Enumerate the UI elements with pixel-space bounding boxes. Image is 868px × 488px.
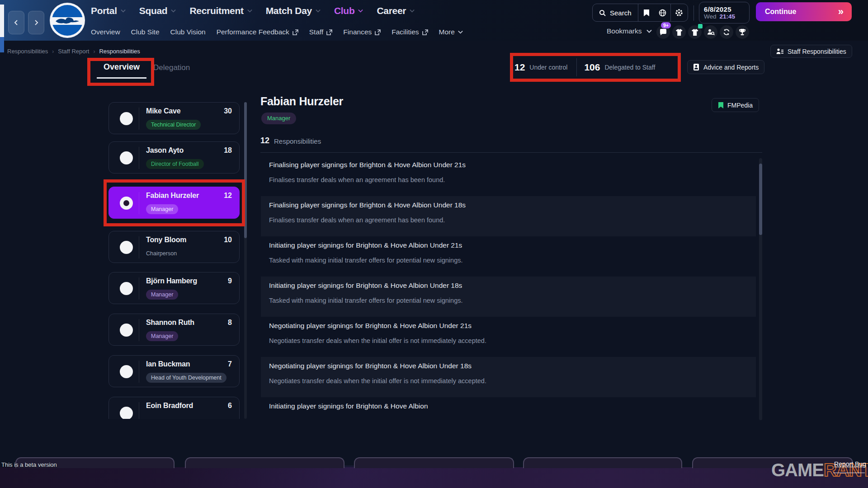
- radio-button[interactable]: [120, 241, 133, 254]
- chevron-down-icon: [410, 9, 415, 13]
- scrollbar-thumb[interactable]: [759, 164, 762, 235]
- back-button[interactable]: [8, 11, 24, 34]
- responsibility-description: Negotiates transfer deals when the initi…: [269, 377, 486, 385]
- divider: [139, 361, 139, 383]
- nav-menu-match-day[interactable]: Match Day: [266, 5, 321, 16]
- breadcrumb-item-staff-report[interactable]: Staff Report: [58, 48, 89, 55]
- chat-icon: [660, 29, 667, 36]
- nav-menu-recruitment[interactable]: Recruitment: [189, 5, 252, 16]
- staff-list-item-fabian-hurzeler[interactable]: Fabian Hurzeler12Manager: [108, 187, 240, 219]
- nav-menu-label: Club: [334, 5, 354, 16]
- responsibility-row: Finalising player signings for Brighton …: [261, 156, 756, 196]
- subnav-label: Overview: [91, 28, 120, 36]
- subnav-item-more[interactable]: More: [439, 28, 463, 36]
- responsibility-count: 18: [224, 146, 232, 155]
- scout-button[interactable]: [704, 25, 717, 39]
- game-time: 21:45: [720, 13, 736, 20]
- bookmarks-label: Bookmarks: [607, 27, 642, 35]
- radio-button[interactable]: [120, 324, 133, 337]
- forward-button[interactable]: [28, 11, 44, 34]
- subnav-item-facilities[interactable]: Facilities: [392, 28, 428, 36]
- role-badge: Head of Youth Development: [146, 373, 226, 383]
- world-button[interactable]: [655, 4, 670, 21]
- brighton-club-crest-logo[interactable]: [49, 2, 85, 38]
- radio-button[interactable]: [120, 282, 133, 295]
- staff-list-item-ian-buckman[interactable]: Ian Buckman7Head of Youth Development: [108, 355, 240, 387]
- fmpedia-bookmark-icon: [718, 102, 724, 109]
- nav-menu-squad[interactable]: Squad: [139, 5, 176, 16]
- responsibility-title: Finalising player signings for Brighton …: [269, 201, 466, 209]
- responsibility-title: Initiating player signings for Brighton …: [269, 282, 462, 290]
- shirt-icon: [675, 29, 683, 36]
- role-badge: Director of Football: [146, 159, 204, 169]
- radio-button[interactable]: [120, 112, 133, 125]
- continue-button[interactable]: Continue »: [756, 2, 852, 21]
- settings-button[interactable]: [671, 4, 688, 21]
- responsibility-title: Finalising player signings for Brighton …: [269, 161, 466, 169]
- detail-staff-name: Fabian Hurzeler: [260, 95, 343, 108]
- scout-icon: [707, 28, 715, 36]
- under-control-label: Under control: [529, 64, 567, 71]
- staff-name: Björn Hamberg: [146, 277, 197, 285]
- advice-and-reports-button[interactable]: Advice and Reports: [687, 60, 764, 74]
- radio-button[interactable]: [120, 365, 133, 378]
- nav-menu-career[interactable]: Career: [377, 5, 415, 16]
- staff-list-item-shannon-ruth[interactable]: Shannon Ruth8Manager: [108, 314, 240, 346]
- tab-delegation[interactable]: Delegation: [153, 63, 190, 72]
- nav-menu-label: Squad: [139, 5, 168, 16]
- subnav-item-staff[interactable]: Staff: [309, 28, 333, 36]
- role-badge: Technical Director: [146, 120, 201, 130]
- responsibilities-scrollbar[interactable]: [759, 158, 762, 420]
- club-subnav: OverviewClub SiteClub VisionPerformance …: [91, 27, 463, 37]
- breadcrumb: Responsibilities›Staff Report›Responsibi…: [7, 48, 140, 55]
- search-button[interactable]: Search: [593, 4, 638, 21]
- report-bug-button[interactable]: Report Bug: [834, 460, 866, 468]
- radio-button[interactable]: [120, 407, 133, 419]
- trophy-icon: [739, 28, 746, 36]
- subnav-item-overview[interactable]: Overview: [91, 28, 120, 36]
- shirt-check-button[interactable]: [688, 25, 702, 39]
- staff-list: Mike Cave30Technical DirectorJason Ayto1…: [108, 101, 248, 419]
- chat-button[interactable]: 9+: [656, 25, 670, 39]
- staff-list-item-tony-bloom[interactable]: Tony Bloom10Chairperson: [108, 231, 240, 263]
- sync-button[interactable]: [720, 25, 733, 39]
- responsibility-count: 8: [228, 319, 232, 327]
- nav-menu-club[interactable]: Club: [334, 5, 363, 16]
- staff-list-item-eoin-bradford[interactable]: Eoin Bradford6: [108, 397, 240, 419]
- bookmarks-dropdown[interactable]: Bookmarks: [607, 27, 652, 35]
- staff-responsibilities-button[interactable]: Staff Responsibilities: [770, 45, 852, 58]
- staff-list-item-jason-ayto[interactable]: Jason Ayto18Director of Football: [108, 141, 240, 174]
- divider: [260, 152, 762, 153]
- staff-list-item-mike-cave[interactable]: Mike Cave30Technical Director: [108, 102, 240, 134]
- tab-overview[interactable]: Overview: [104, 62, 140, 72]
- trophy-button[interactable]: [736, 25, 749, 39]
- divider: [139, 277, 139, 300]
- clipped-panel: [523, 457, 682, 468]
- subnav-item-club-vision[interactable]: Club Vision: [170, 28, 206, 36]
- fmpedia-button[interactable]: FMPedia: [712, 98, 759, 112]
- breadcrumb-item-responsibilities[interactable]: Responsibilities: [7, 48, 48, 55]
- notification-badge: 9+: [661, 22, 671, 28]
- chevron-down-icon: [247, 9, 252, 13]
- scrollbar-thumb[interactable]: [244, 102, 247, 238]
- divider: [139, 236, 139, 258]
- fm25-staff-responsibilities-screen: PortalSquadRecruitmentMatch DayClubCaree…: [0, 0, 868, 488]
- bookmark-toolbar-button[interactable]: [638, 4, 655, 21]
- divider: [139, 108, 139, 130]
- staff-name: Eoin Bradford: [146, 402, 193, 410]
- radio-button[interactable]: [120, 151, 133, 164]
- report-card-icon: [693, 63, 699, 71]
- subnav-label: More: [439, 28, 455, 36]
- role-badge: Chairperson: [146, 249, 177, 258]
- divider: [139, 319, 139, 341]
- subnav-item-club-site[interactable]: Club Site: [131, 28, 160, 36]
- radio-button[interactable]: [120, 197, 133, 210]
- staff-list-item-bj-rn-hamberg[interactable]: Björn Hamberg9Manager: [108, 272, 240, 304]
- staff-list-scrollbar[interactable]: [244, 102, 247, 419]
- subnav-item-performance-feedback[interactable]: Performance Feedback: [217, 28, 298, 36]
- shirt-button[interactable]: [672, 25, 686, 39]
- chevron-down-icon: [458, 30, 463, 34]
- nav-menu-portal[interactable]: Portal: [91, 5, 126, 16]
- responsibility-count: 7: [228, 360, 232, 368]
- subnav-item-finances[interactable]: Finances: [343, 28, 381, 36]
